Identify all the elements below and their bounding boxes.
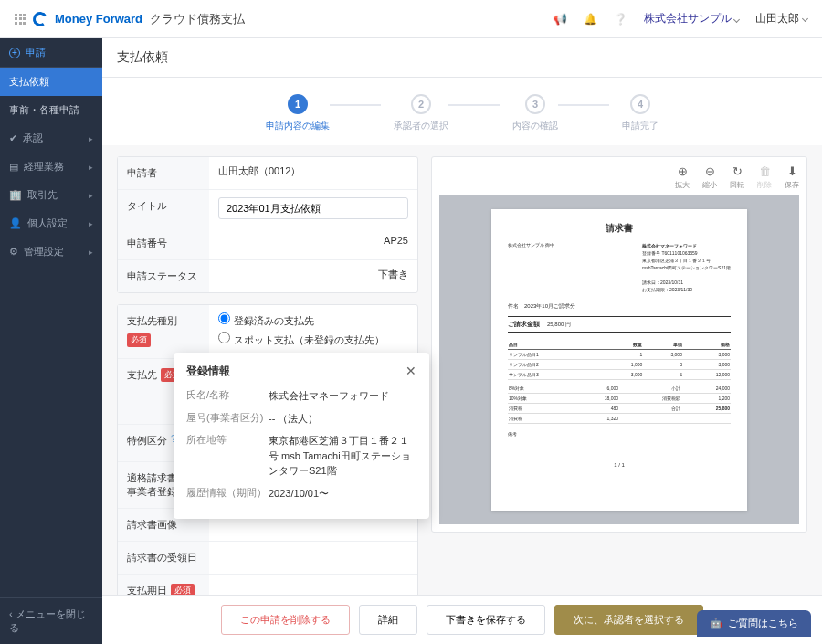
page-title: 支払依頼 xyxy=(102,38,822,78)
support-icon: 🤖 xyxy=(710,618,722,629)
brand-name: Money Forward xyxy=(55,12,142,26)
zoom-in-tool[interactable]: ⊕拡大 xyxy=(675,164,690,190)
chevron-right-icon: ▸ xyxy=(89,248,93,257)
rotate-tool[interactable]: ↻回転 xyxy=(730,164,744,190)
help-icon[interactable]: ❔ xyxy=(614,13,627,26)
receipt-date-label: 請求書の受領日 xyxy=(118,542,209,574)
announce-icon[interactable]: 📢 xyxy=(553,13,567,26)
preview-card: ⊕拡大 ⊖縮小 ↻回転 🗑削除 ⬇保存 請求書 株式会社サンプル 御中 xyxy=(431,156,807,533)
bell-icon[interactable]: 🔔 xyxy=(584,13,597,26)
rotate-icon: ↻ xyxy=(732,164,743,178)
chevron-down-icon xyxy=(733,16,740,23)
download-icon: ⬇ xyxy=(787,164,797,178)
title-label: タイトル xyxy=(118,190,209,227)
delete-button[interactable]: この申請を削除する xyxy=(221,605,350,635)
zoom-out-icon: ⊖ xyxy=(705,164,715,178)
close-icon[interactable]: ✕ xyxy=(406,364,416,379)
plus-circle-icon: + xyxy=(9,48,20,58)
details-button[interactable]: 詳細 xyxy=(359,605,417,635)
sidebar-accounting[interactable]: ▤経理業務▸ xyxy=(0,153,102,181)
applicant-value: 山田太郎（0012） xyxy=(209,157,417,189)
applicant-card: 申請者山田太郎（0012） タイトル 申請番号AP25 申請ステータス下書き xyxy=(117,156,418,293)
chevron-right-icon: ▸ xyxy=(89,219,93,228)
sidebar: +申請 支払依頼 事前・各種申請 ✔承認▸ ▤経理業務▸ 🏢取引先▸ 👤個人設定… xyxy=(0,38,102,644)
sidebar-apply[interactable]: +申請 xyxy=(0,38,102,68)
invoice-document: 請求書 株式会社サンプル 御中 株式会社マネーフォワード 登録番号 T60111… xyxy=(491,209,747,511)
chevron-right-icon: ▸ xyxy=(89,134,93,143)
payee-type-label: 支払先種別 必須 xyxy=(118,305,209,358)
preview-viewport[interactable]: 請求書 株式会社サンプル 御中 株式会社マネーフォワード 登録番号 T60111… xyxy=(439,195,799,524)
zoom-out-tool[interactable]: ⊖縮小 xyxy=(702,164,717,190)
company-dropdown[interactable]: 株式会社サンプル xyxy=(644,11,739,26)
main-content: 支払依頼 1申請内容の編集 2承認者の選択 3内容の確認 4申請完了 申請者山田… xyxy=(102,38,822,644)
building-icon: 🏢 xyxy=(9,189,22,201)
popover-title: 登録情報 xyxy=(186,364,230,379)
sidebar-partners[interactable]: 🏢取引先▸ xyxy=(0,181,102,209)
applicant-label: 申請者 xyxy=(118,157,209,189)
sidebar-approval[interactable]: ✔承認▸ xyxy=(0,124,102,153)
chevron-down-icon xyxy=(802,16,808,22)
sidebar-payment-request[interactable]: 支払依頼 xyxy=(0,68,102,96)
chevron-right-icon: ▸ xyxy=(89,191,93,200)
apps-grid-icon[interactable] xyxy=(15,14,26,25)
sidebar-before-misc[interactable]: 事前・各種申請 xyxy=(0,96,102,124)
number-value: AP25 xyxy=(209,227,417,259)
step-1: 1申請内容の編集 xyxy=(266,94,330,132)
save-tool[interactable]: ⬇保存 xyxy=(785,164,799,190)
step-3: 3内容の確認 xyxy=(512,94,558,132)
status-value: 下書き xyxy=(209,260,417,292)
step-4: 4申請完了 xyxy=(622,94,659,132)
product-name: クラウド債務支払 xyxy=(150,11,245,27)
sidebar-admin[interactable]: ⚙管理設定▸ xyxy=(0,238,102,266)
delete-tool: 🗑削除 xyxy=(757,164,772,190)
logo-icon xyxy=(32,10,49,27)
next-button[interactable]: 次に、承認者を選択する xyxy=(554,605,703,635)
sidebar-personal[interactable]: 👤個人設定▸ xyxy=(0,209,102,238)
sidebar-collapse[interactable]: ‹ メニューを閉じる xyxy=(0,597,102,644)
chevron-right-icon: ▸ xyxy=(89,163,93,172)
top-bar: Money Forward クラウド債務支払 📢 🔔 ❔ 株式会社サンプル 山田… xyxy=(0,0,822,38)
registration-info-popover: 登録情報✕ 氏名/名称株式会社マネーフォワード 屋号(事業者区分)-- （法人）… xyxy=(174,353,429,519)
user-dropdown[interactable]: 山田太郎 xyxy=(755,11,807,26)
number-label: 申請番号 xyxy=(118,227,209,259)
step-2: 2承認者の選択 xyxy=(394,94,448,132)
payee-type-spot[interactable]: スポット支払（未登録の支払先） xyxy=(218,332,408,347)
person-icon: 👤 xyxy=(9,217,22,229)
save-draft-button[interactable]: 下書きを保存する xyxy=(427,605,545,635)
status-label: 申請ステータス xyxy=(118,260,209,292)
payee-type-registered[interactable]: 登録済みの支払先 xyxy=(218,312,408,328)
support-fab[interactable]: 🤖ご質問はこちら xyxy=(697,610,811,637)
check-circle-icon: ✔ xyxy=(9,132,17,144)
document-icon: ▤ xyxy=(9,161,18,173)
title-input[interactable] xyxy=(218,197,408,219)
zoom-in-icon: ⊕ xyxy=(678,164,688,178)
stepper: 1申請内容の編集 2承認者の選択 3内容の確認 4申請完了 xyxy=(102,78,822,145)
gear-icon: ⚙ xyxy=(9,246,18,258)
trash-icon: 🗑 xyxy=(759,164,771,178)
